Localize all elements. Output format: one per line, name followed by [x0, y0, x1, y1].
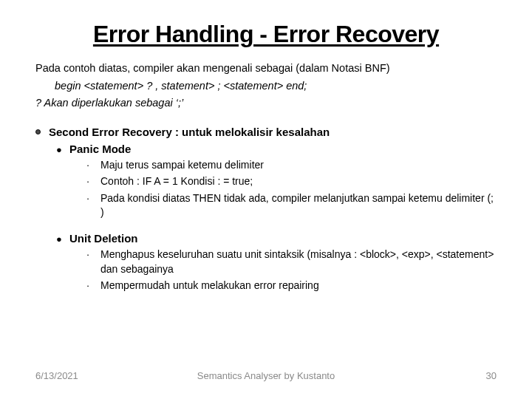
second-recovery-section: Second Error Recovery : untuk melokalisi… [35, 126, 497, 293]
footer-center: Semantics Analyser by Kustanto [0, 370, 532, 381]
list-item: • Pada kondisi diatas THEN tidak ada, co… [87, 191, 497, 220]
footer: 6/13/2021 Semantics Analyser by Kustanto… [0, 370, 532, 381]
bullet-icon: • [87, 196, 100, 202]
intro-line-2: begin <statement> ? , statement> ; <stat… [35, 79, 497, 94]
list-item: • Contoh : IF A = 1 Kondisi : = true; [87, 174, 497, 189]
bullet-icon: • [87, 179, 100, 185]
bullet-icon [35, 129, 49, 136]
bullet-icon: ● [56, 233, 69, 245]
bullet-icon: ● [56, 144, 69, 155]
intro-line-3: ? Akan diperlakukan sebagai ‘;’ [35, 96, 497, 111]
unit-item-2: Mempermudah untuk melakukan error repair… [100, 279, 497, 293]
section-heading: Second Error Recovery : untuk melokalisi… [49, 126, 330, 138]
panic-item-2: Contoh : IF A = 1 Kondisi : = true; [100, 174, 497, 189]
bullet-icon: • [87, 252, 100, 258]
panic-mode-label: Panic Mode [69, 143, 131, 155]
bullet-icon: • [87, 283, 100, 289]
bullet-icon: • [87, 163, 100, 168]
panic-item-3: Pada kondisi diatas THEN tidak ada, comp… [100, 191, 497, 220]
section-heading-row: Second Error Recovery : untuk melokalisi… [35, 126, 497, 138]
slide: Error Handling - Error Recovery Pada con… [0, 0, 532, 399]
list-item: • Mempermudah untuk melakukan error repa… [87, 279, 497, 293]
panic-mode-row: ● Panic Mode [56, 143, 497, 155]
page-title: Error Handling - Error Recovery [35, 21, 497, 48]
list-item: • Maju terus sampai ketemu delimiter [87, 158, 497, 173]
unit-deletion-label: Unit Deletion [69, 232, 138, 245]
unit-deletion-row: ● Unit Deletion [56, 232, 497, 245]
list-item: • Menghapus keseluruhan suatu unit sinta… [87, 248, 497, 276]
unit-item-1: Menghapus keseluruhan suatu unit sintaks… [100, 248, 497, 276]
panic-item-1: Maju terus sampai ketemu delimiter [100, 158, 497, 173]
intro-line-1: Pada contoh diatas, compiler akan mengen… [35, 61, 497, 76]
